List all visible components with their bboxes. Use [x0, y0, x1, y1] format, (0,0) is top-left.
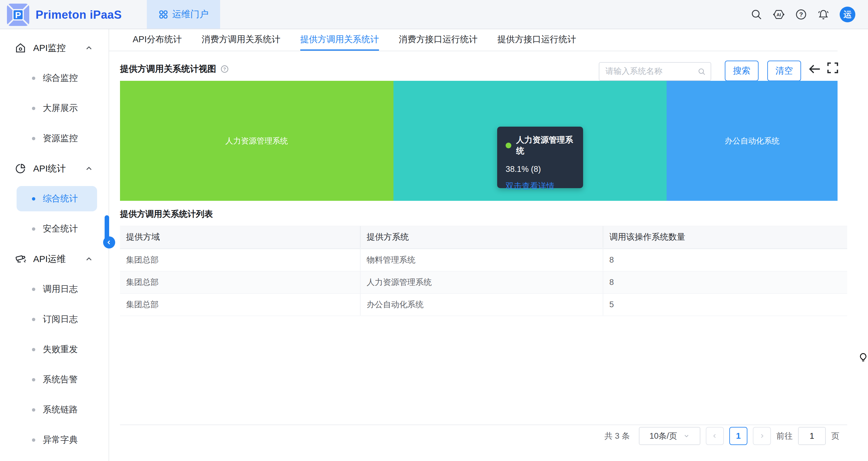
provider-call-treemap: 人力资源管理系统 办公自动化系统 人力资源管理系统 38.1% (8) 双击查看… [120, 81, 838, 201]
table-row[interactable]: 集团总部 物料管理系统 8 [120, 249, 847, 271]
sidebar-item-label: 系统告警 [43, 374, 78, 386]
bullet-icon [32, 107, 35, 110]
sidebar-item-exception-dictionary[interactable]: 异常字典 [0, 425, 108, 455]
sidebar-item-system-alerts[interactable]: 系统告警 [0, 365, 108, 395]
chevron-up-icon [85, 164, 93, 173]
cell-call-count: 8 [603, 271, 847, 293]
bullet-icon [32, 378, 35, 381]
sidebar-item-label: 系统链路 [43, 404, 78, 416]
sidebar-group-label: API统计 [33, 162, 85, 175]
goto-page-input[interactable] [798, 427, 826, 445]
chevron-down-icon [683, 433, 690, 439]
portal-tab-label: 运维门户 [173, 8, 209, 21]
treemap-block-oa-system[interactable]: 办公自动化系统 [666, 81, 838, 201]
help-circle-icon[interactable]: ? [220, 65, 229, 73]
current-page-button[interactable]: 1 [729, 427, 747, 445]
bullet-icon [32, 318, 35, 321]
list-section-title: 提供方调用关系统计列表 [120, 208, 213, 220]
top-header: P Primeton iPaaS 运维门户 AI ? [0, 0, 868, 29]
sidebar-item-label: 调用日志 [43, 283, 78, 295]
tooltip-title-row: 人力资源管理系统 [506, 134, 575, 156]
page-size-value: 10条/页 [649, 431, 677, 441]
page-size-select[interactable]: 10条/页 [639, 427, 701, 445]
tab-consumer-api-run[interactable]: 消费方接口运行统计 [399, 29, 477, 51]
sidebar-collapse-button[interactable] [103, 236, 115, 248]
sidebar-item-subscription-logs[interactable]: 订阅日志 [0, 304, 108, 334]
column-header-provider-domain: 提供方域 [120, 226, 361, 248]
bell-icon[interactable] [817, 8, 829, 21]
tab-consumer-call-relation[interactable]: 消费方调用关系统计 [202, 29, 280, 51]
clear-button[interactable]: 清空 [767, 61, 801, 81]
sidebar-item-resource-monitor[interactable]: 资源监控 [0, 123, 108, 153]
goto-label: 前往 [776, 431, 793, 441]
search-icon[interactable] [750, 8, 763, 21]
table-row[interactable]: 集团总部 人力资源管理系统 8 [120, 271, 847, 294]
brand-name: Primeton iPaaS [36, 8, 122, 22]
view-title-text: 提供方调用关系统计视图 [120, 63, 216, 75]
tab-api-distribution[interactable]: API分布统计 [133, 29, 182, 51]
lightbulb-icon[interactable] [859, 352, 867, 365]
sidebar-item-comprehensive-statistics[interactable]: 综合统计 [17, 186, 97, 211]
sidebar-item-label: 失败重发 [43, 343, 78, 356]
sidebar-item-big-screen[interactable]: 大屏展示 [0, 93, 108, 123]
sidebar-item-failure-resend[interactable]: 失败重发 [0, 334, 108, 365]
tooltip-detail-link[interactable]: 双击查看详情 [506, 181, 575, 191]
apps-grid-icon [159, 10, 168, 19]
back-arrow-icon[interactable] [808, 63, 821, 75]
prev-page-button[interactable] [706, 427, 724, 445]
fullscreen-icon[interactable] [826, 61, 839, 74]
search-icon[interactable] [698, 67, 706, 76]
column-header-provider-system: 提供方系统 [361, 226, 603, 248]
cell-provider-system: 人力资源管理系统 [361, 271, 603, 293]
bullet-icon [32, 348, 35, 351]
sidebar-group-api-monitor[interactable]: API监控 [0, 33, 108, 63]
statistics-tabbar: API分布统计 消费方调用关系统计 提供方调用关系统计 消费方接口运行统计 提供… [109, 29, 838, 51]
chevron-left-icon [106, 239, 113, 246]
system-name-input[interactable] [599, 63, 696, 80]
next-page-button[interactable] [753, 427, 771, 445]
sidebar-item-system-links[interactable]: 系统链路 [0, 395, 108, 425]
logo-letter: P [15, 10, 21, 20]
series-dot-icon [506, 143, 512, 148]
sidebar-item-call-logs[interactable]: 调用日志 [0, 274, 108, 304]
ai-assistant-icon[interactable]: AI [773, 8, 785, 21]
sidebar-item-comprehensive-monitor[interactable]: 综合监控 [0, 63, 108, 93]
bullet-icon [32, 137, 35, 140]
sidebar-group-api-statistics[interactable]: API统计 [0, 153, 108, 184]
total-count-label: 共 3 条 [604, 431, 630, 441]
cell-call-count: 5 [603, 294, 847, 315]
header-actions: AI ? 运 [750, 0, 855, 29]
cell-provider-domain: 集团总部 [120, 271, 361, 293]
help-icon[interactable]: ? [795, 8, 807, 21]
bullet-icon [32, 438, 35, 442]
tab-provider-api-run[interactable]: 提供方接口运行统计 [497, 29, 576, 51]
system-name-search-field [599, 62, 711, 81]
cell-call-count: 8 [603, 249, 847, 271]
main-content: API分布统计 消费方调用关系统计 提供方调用关系统计 消费方接口运行统计 提供… [109, 29, 868, 461]
tooltip-value: 38.1% (8) [506, 165, 575, 174]
user-avatar[interactable]: 运 [840, 7, 855, 22]
app-window: P Primeton iPaaS 运维门户 AI ? [0, 0, 868, 461]
treemap-block-label: 人力资源管理系统 [225, 136, 288, 146]
treemap-block-hr-system[interactable]: 人力资源管理系统 [120, 81, 394, 201]
sidebar-item-label: 订阅日志 [43, 313, 78, 325]
bullet-icon [32, 408, 35, 411]
search-button[interactable]: 搜索 [725, 61, 758, 81]
sidebar-group-label: API监控 [33, 42, 85, 54]
portal-tab[interactable]: 运维门户 [147, 0, 220, 29]
cell-provider-system: 办公自动化系统 [361, 294, 603, 315]
svg-text:?: ? [799, 11, 803, 18]
page-unit-label: 页 [831, 431, 839, 441]
sidebar-nav: API监控 综合监控 大屏展示 资源监控 API统计 综合统计 [0, 29, 109, 461]
chevron-right-icon [758, 433, 765, 439]
sidebar-group-api-ops[interactable]: API运维 [0, 244, 108, 274]
sidebar-item-label: 安全统计 [43, 223, 78, 235]
cell-provider-system: 物料管理系统 [361, 249, 603, 271]
table-row[interactable]: 集团总部 办公自动化系统 5 [120, 294, 847, 316]
tab-provider-call-relation[interactable]: 提供方调用关系统计 [300, 29, 379, 51]
treemap-tooltip: 人力资源管理系统 38.1% (8) 双击查看详情 [497, 127, 583, 188]
cell-provider-domain: 集团总部 [120, 294, 361, 315]
brand: P Primeton iPaaS [7, 3, 122, 26]
table-header-row: 提供方域 提供方系统 调用该操作系统数量 [120, 226, 847, 249]
sidebar-item-security-statistics[interactable]: 安全统计 [0, 214, 108, 244]
